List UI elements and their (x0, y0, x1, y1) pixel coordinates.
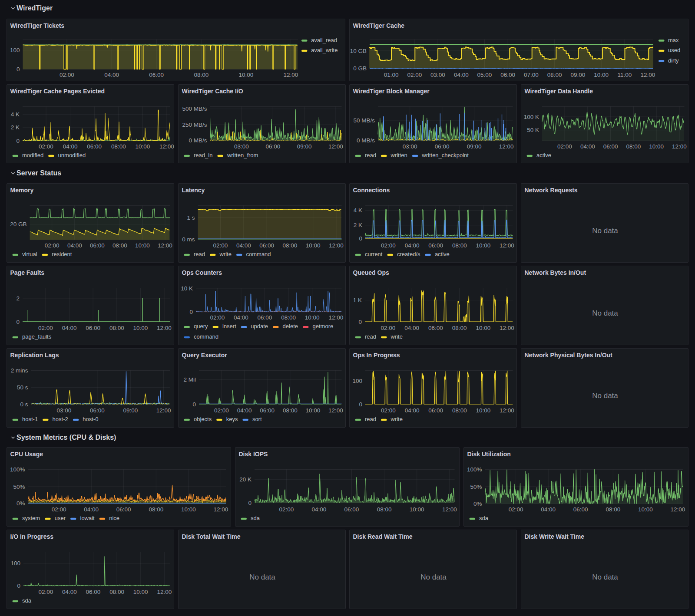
svg-text:Disk Utilization: Disk Utilization (467, 451, 511, 458)
svg-text:No data: No data (592, 227, 618, 235)
svg-text:08:00: 08:00 (606, 506, 620, 513)
svg-text:08:00: 08:00 (283, 242, 298, 249)
svg-text:12:00: 12:00 (671, 506, 685, 513)
svg-text:command: command (194, 333, 218, 340)
svg-text:04:00: 04:00 (580, 143, 595, 150)
svg-text:10 K: 10 K (181, 285, 193, 292)
svg-text:02:00: 02:00 (210, 314, 225, 321)
svg-text:current: current (365, 251, 383, 257)
svg-text:written_from: written_from (227, 152, 258, 158)
svg-text:2 Mil: 2 Mil (183, 376, 196, 383)
svg-text:08:00: 08:00 (547, 72, 562, 78)
svg-text:0: 0 (17, 66, 20, 72)
svg-text:active: active (536, 152, 551, 158)
svg-text:4 K: 4 K (11, 111, 20, 118)
svg-text:10 GB: 10 GB (350, 48, 367, 54)
svg-text:02:00: 02:00 (381, 325, 396, 331)
svg-text:06:00: 06:00 (428, 325, 443, 331)
svg-text:0: 0 (17, 583, 20, 589)
svg-text:12:00: 12:00 (641, 72, 655, 78)
svg-text:iowait: iowait (80, 515, 95, 521)
svg-text:created/s: created/s (397, 251, 420, 257)
svg-text:page_faults: page_faults (22, 333, 52, 340)
svg-text:06:00: 06:00 (87, 143, 102, 150)
svg-text:10:00: 10:00 (181, 506, 196, 513)
svg-text:250 MB/s: 250 MB/s (182, 122, 207, 128)
svg-text:insert: insert (222, 323, 236, 329)
svg-text:0 ms: 0 ms (182, 236, 195, 243)
svg-text:0 MB/s: 0 MB/s (357, 137, 375, 144)
svg-text:virtual: virtual (22, 251, 37, 257)
svg-text:08:00: 08:00 (452, 407, 467, 414)
svg-text:08:00: 08:00 (281, 314, 296, 321)
svg-text:06:00: 06:00 (86, 325, 100, 331)
svg-text:08:00: 08:00 (452, 325, 467, 331)
svg-text:0 s: 0 s (20, 401, 28, 408)
svg-text:12:00: 12:00 (159, 143, 174, 150)
svg-text:02:00: 02:00 (52, 506, 66, 513)
svg-text:avail_read: avail_read (311, 37, 337, 43)
svg-text:2 K: 2 K (354, 222, 362, 228)
svg-text:10:00: 10:00 (638, 506, 653, 513)
svg-text:01:00: 01:00 (384, 72, 399, 78)
svg-text:50 MB/s: 50 MB/s (353, 117, 375, 124)
svg-text:09:00: 09:00 (571, 72, 586, 78)
svg-text:50 K: 50 K (527, 127, 539, 133)
svg-text:Disk Read Wait Time: Disk Read Wait Time (353, 533, 413, 540)
svg-text:Page Faults: Page Faults (10, 269, 45, 276)
svg-text:2 K: 2 K (11, 124, 20, 131)
svg-text:sda: sda (22, 597, 32, 604)
svg-text:read: read (365, 333, 376, 340)
svg-text:10:00: 10:00 (239, 72, 254, 78)
svg-text:12:00: 12:00 (500, 325, 514, 331)
svg-text:100 K: 100 K (524, 114, 539, 120)
svg-text:03:00: 03:00 (403, 143, 417, 150)
svg-text:12:00: 12:00 (157, 589, 172, 595)
svg-text:06:00: 06:00 (86, 589, 101, 595)
svg-text:02:00: 02:00 (38, 589, 53, 595)
svg-text:WiredTiger Cache Pages Evicted: WiredTiger Cache Pages Evicted (10, 88, 105, 95)
svg-text:Network Requests: Network Requests (525, 187, 578, 194)
svg-text:100: 100 (352, 378, 362, 384)
svg-text:04:00: 04:00 (84, 506, 99, 513)
svg-text:host-2: host-2 (53, 416, 68, 422)
svg-text:08:00: 08:00 (113, 242, 127, 249)
svg-text:04:00: 04:00 (62, 325, 77, 331)
svg-text:08:00: 08:00 (283, 407, 298, 414)
svg-text:12:00: 12:00 (499, 143, 514, 150)
svg-text:Memory: Memory (10, 187, 34, 194)
svg-text:sort: sort (252, 416, 262, 422)
svg-text:1 K: 1 K (353, 297, 362, 303)
svg-text:No data: No data (592, 309, 618, 317)
svg-text:12:00: 12:00 (284, 72, 298, 78)
svg-text:0: 0 (358, 319, 362, 325)
svg-text:0: 0 (359, 235, 362, 242)
svg-text:12:00: 12:00 (328, 143, 343, 150)
svg-text:08:00: 08:00 (149, 506, 163, 513)
svg-text:04:00: 04:00 (67, 242, 82, 249)
svg-text:12:00: 12:00 (442, 506, 457, 513)
svg-text:Queued Ops: Queued Ops (353, 269, 389, 276)
svg-text:08:00: 08:00 (626, 143, 641, 150)
svg-text:04:00: 04:00 (312, 506, 327, 513)
svg-text:10:00: 10:00 (306, 407, 321, 414)
svg-text:12:00: 12:00 (214, 506, 228, 513)
svg-text:06:00: 06:00 (573, 506, 588, 513)
svg-text:12:00: 12:00 (158, 242, 172, 249)
svg-text:Disk Total Wait Time: Disk Total Wait Time (182, 533, 241, 540)
svg-text:06:00: 06:00 (500, 72, 515, 78)
svg-text:02:00: 02:00 (45, 242, 60, 249)
svg-text:Network Bytes In/Out: Network Bytes In/Out (525, 269, 586, 276)
svg-text:50%: 50% (470, 484, 482, 490)
svg-text:Latency: Latency (182, 187, 205, 194)
svg-text:avail_write: avail_write (311, 47, 338, 53)
svg-text:0%: 0% (473, 501, 482, 507)
svg-text:max: max (668, 37, 679, 43)
svg-text:getmore: getmore (313, 323, 334, 329)
svg-text:02:00: 02:00 (60, 72, 74, 78)
svg-text:11:00: 11:00 (617, 72, 632, 78)
svg-text:0%: 0% (17, 500, 25, 507)
svg-text:12:00: 12:00 (156, 407, 171, 414)
svg-text:02:00: 02:00 (557, 143, 572, 150)
svg-text:WiredTiger Block Manager: WiredTiger Block Manager (353, 88, 430, 95)
